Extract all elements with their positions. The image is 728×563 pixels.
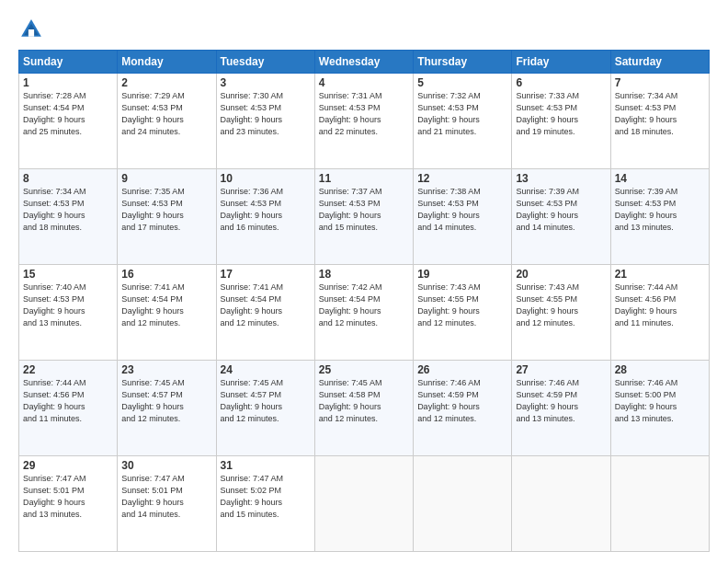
calendar-cell: 31Sunrise: 7:47 AM Sunset: 5:02 PM Dayli… (216, 456, 314, 552)
calendar-cell: 2Sunrise: 7:29 AM Sunset: 4:53 PM Daylig… (118, 74, 216, 169)
calendar-cell: 17Sunrise: 7:41 AM Sunset: 4:54 PM Dayli… (216, 265, 314, 361)
calendar-header-row: SundayMondayTuesdayWednesdayThursdayFrid… (19, 51, 710, 74)
day-header: Saturday (610, 51, 709, 74)
calendar-cell (414, 456, 512, 552)
calendar-week-row: 22Sunrise: 7:44 AM Sunset: 4:56 PM Dayli… (19, 361, 710, 456)
day-number: 18 (319, 268, 409, 281)
day-number: 26 (417, 363, 507, 376)
day-info: Sunrise: 7:47 AM Sunset: 5:01 PM Dayligh… (23, 473, 113, 521)
day-info: Sunrise: 7:33 AM Sunset: 4:53 PM Dayligh… (516, 90, 606, 138)
calendar-cell: 23Sunrise: 7:45 AM Sunset: 4:57 PM Dayli… (118, 361, 216, 456)
calendar-table: SundayMondayTuesdayWednesdayThursdayFrid… (18, 50, 710, 552)
calendar-cell: 20Sunrise: 7:43 AM Sunset: 4:55 PM Dayli… (512, 265, 610, 361)
day-number: 29 (23, 459, 113, 472)
calendar-cell: 9Sunrise: 7:35 AM Sunset: 4:53 PM Daylig… (118, 169, 216, 265)
calendar-cell: 8Sunrise: 7:34 AM Sunset: 4:53 PM Daylig… (19, 169, 118, 265)
day-info: Sunrise: 7:45 AM Sunset: 4:57 PM Dayligh… (221, 377, 311, 425)
calendar-cell: 16Sunrise: 7:41 AM Sunset: 4:54 PM Dayli… (118, 265, 216, 361)
day-info: Sunrise: 7:46 AM Sunset: 5:00 PM Dayligh… (615, 377, 705, 425)
day-number: 11 (319, 172, 409, 185)
calendar-cell: 26Sunrise: 7:46 AM Sunset: 4:59 PM Dayli… (414, 361, 512, 456)
calendar-cell: 15Sunrise: 7:40 AM Sunset: 4:53 PM Dayli… (19, 265, 118, 361)
day-number: 9 (121, 172, 211, 185)
calendar-cell: 7Sunrise: 7:34 AM Sunset: 4:53 PM Daylig… (610, 74, 709, 169)
day-header: Wednesday (314, 51, 413, 74)
day-number: 5 (417, 76, 507, 89)
day-number: 23 (121, 363, 211, 376)
calendar-cell: 29Sunrise: 7:47 AM Sunset: 5:01 PM Dayli… (19, 456, 118, 552)
day-number: 3 (221, 76, 311, 89)
day-info: Sunrise: 7:46 AM Sunset: 4:59 PM Dayligh… (516, 377, 606, 425)
calendar-cell: 14Sunrise: 7:39 AM Sunset: 4:53 PM Dayli… (610, 169, 709, 265)
day-number: 22 (23, 363, 113, 376)
calendar-cell: 24Sunrise: 7:45 AM Sunset: 4:57 PM Dayli… (216, 361, 314, 456)
day-info: Sunrise: 7:37 AM Sunset: 4:53 PM Dayligh… (319, 186, 409, 234)
day-number: 28 (615, 363, 705, 376)
day-number: 7 (615, 76, 705, 89)
calendar-cell: 19Sunrise: 7:43 AM Sunset: 4:55 PM Dayli… (414, 265, 512, 361)
day-info: Sunrise: 7:34 AM Sunset: 4:53 PM Dayligh… (23, 186, 113, 234)
day-number: 14 (615, 172, 705, 185)
calendar-cell: 22Sunrise: 7:44 AM Sunset: 4:56 PM Dayli… (19, 361, 118, 456)
day-info: Sunrise: 7:40 AM Sunset: 4:53 PM Dayligh… (23, 282, 113, 329)
day-info: Sunrise: 7:46 AM Sunset: 4:59 PM Dayligh… (417, 377, 507, 425)
day-number: 1 (23, 76, 113, 89)
calendar-cell: 1Sunrise: 7:28 AM Sunset: 4:54 PM Daylig… (19, 74, 118, 169)
calendar-week-row: 15Sunrise: 7:40 AM Sunset: 4:53 PM Dayli… (19, 265, 710, 361)
day-number: 20 (516, 268, 606, 281)
day-info: Sunrise: 7:43 AM Sunset: 4:55 PM Dayligh… (516, 282, 606, 329)
day-info: Sunrise: 7:44 AM Sunset: 4:56 PM Dayligh… (615, 282, 705, 329)
day-info: Sunrise: 7:28 AM Sunset: 4:54 PM Dayligh… (23, 90, 113, 138)
day-number: 17 (221, 268, 311, 281)
calendar-cell: 6Sunrise: 7:33 AM Sunset: 4:53 PM Daylig… (512, 74, 610, 169)
page: SundayMondayTuesdayWednesdayThursdayFrid… (0, 0, 728, 563)
calendar-body: 1Sunrise: 7:28 AM Sunset: 4:54 PM Daylig… (19, 74, 710, 552)
day-info: Sunrise: 7:41 AM Sunset: 4:54 PM Dayligh… (221, 282, 311, 329)
day-number: 25 (319, 363, 409, 376)
day-info: Sunrise: 7:34 AM Sunset: 4:53 PM Dayligh… (615, 90, 705, 138)
day-info: Sunrise: 7:45 AM Sunset: 4:57 PM Dayligh… (121, 377, 211, 425)
calendar-cell: 13Sunrise: 7:39 AM Sunset: 4:53 PM Dayli… (512, 169, 610, 265)
day-header: Sunday (19, 51, 118, 74)
calendar-cell: 21Sunrise: 7:44 AM Sunset: 4:56 PM Dayli… (610, 265, 709, 361)
day-number: 24 (221, 363, 311, 376)
calendar-cell: 12Sunrise: 7:38 AM Sunset: 4:53 PM Dayli… (414, 169, 512, 265)
calendar-cell: 3Sunrise: 7:30 AM Sunset: 4:53 PM Daylig… (216, 74, 314, 169)
day-info: Sunrise: 7:38 AM Sunset: 4:53 PM Dayligh… (417, 186, 507, 234)
day-info: Sunrise: 7:44 AM Sunset: 4:56 PM Dayligh… (23, 377, 113, 425)
day-info: Sunrise: 7:29 AM Sunset: 4:53 PM Dayligh… (121, 90, 211, 138)
day-number: 6 (516, 76, 606, 89)
day-number: 31 (221, 459, 311, 472)
logo-icon (18, 17, 44, 42)
day-number: 12 (417, 172, 507, 185)
svg-rect-2 (28, 29, 34, 37)
day-info: Sunrise: 7:47 AM Sunset: 5:01 PM Dayligh… (121, 473, 211, 521)
calendar-week-row: 29Sunrise: 7:47 AM Sunset: 5:01 PM Dayli… (19, 456, 710, 552)
day-number: 16 (121, 268, 211, 281)
day-number: 10 (221, 172, 311, 185)
day-number: 4 (319, 76, 409, 89)
day-info: Sunrise: 7:39 AM Sunset: 4:53 PM Dayligh… (516, 186, 606, 234)
calendar-cell: 30Sunrise: 7:47 AM Sunset: 5:01 PM Dayli… (118, 456, 216, 552)
day-info: Sunrise: 7:43 AM Sunset: 4:55 PM Dayligh… (417, 282, 507, 329)
day-number: 13 (516, 172, 606, 185)
day-info: Sunrise: 7:47 AM Sunset: 5:02 PM Dayligh… (221, 473, 311, 521)
logo (18, 17, 48, 42)
calendar-week-row: 1Sunrise: 7:28 AM Sunset: 4:54 PM Daylig… (19, 74, 710, 169)
day-number: 30 (121, 459, 211, 472)
day-number: 8 (23, 172, 113, 185)
calendar-cell: 4Sunrise: 7:31 AM Sunset: 4:53 PM Daylig… (314, 74, 413, 169)
day-header: Monday (118, 51, 216, 74)
calendar-cell (314, 456, 413, 552)
day-info: Sunrise: 7:36 AM Sunset: 4:53 PM Dayligh… (221, 186, 311, 234)
day-header: Friday (512, 51, 610, 74)
day-info: Sunrise: 7:30 AM Sunset: 4:53 PM Dayligh… (221, 90, 311, 138)
calendar-cell (512, 456, 610, 552)
day-header: Tuesday (216, 51, 314, 74)
calendar-cell: 25Sunrise: 7:45 AM Sunset: 4:58 PM Dayli… (314, 361, 413, 456)
day-info: Sunrise: 7:35 AM Sunset: 4:53 PM Dayligh… (121, 186, 211, 234)
day-header: Thursday (414, 51, 512, 74)
calendar-cell: 5Sunrise: 7:32 AM Sunset: 4:53 PM Daylig… (414, 74, 512, 169)
calendar-cell: 27Sunrise: 7:46 AM Sunset: 4:59 PM Dayli… (512, 361, 610, 456)
day-number: 19 (417, 268, 507, 281)
